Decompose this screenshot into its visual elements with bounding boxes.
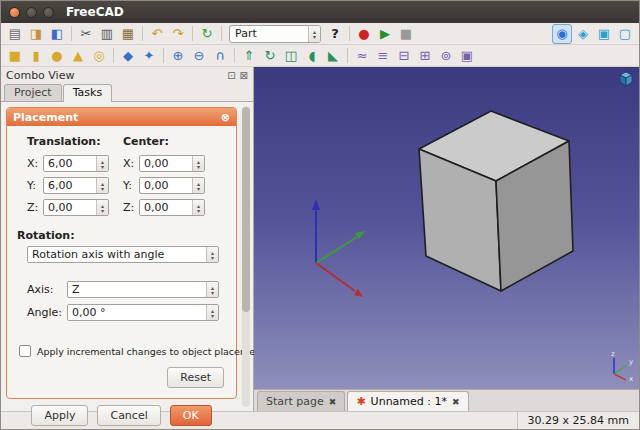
offset-icon[interactable]: ⊚	[436, 46, 456, 66]
spinner-arrows-icon[interactable]	[96, 178, 108, 193]
macro-stop-icon[interactable]: ■	[396, 24, 416, 44]
center-x-label: X:	[123, 157, 139, 170]
dock-close-icon[interactable]: ⊠	[240, 70, 248, 81]
copy-icon[interactable]: ▥	[97, 24, 117, 44]
cross-section-icon[interactable]: ⊞	[415, 46, 435, 66]
part-primitives-icon[interactable]: ◆	[118, 46, 138, 66]
translation-z-value: 0,00	[44, 201, 96, 214]
view-front-icon[interactable]: ▣	[594, 24, 614, 44]
part-cone-icon[interactable]: ▲	[68, 46, 88, 66]
mirror-icon[interactable]: ◫	[281, 46, 301, 66]
main-area: Combo View ⊡ ⊠ Project Tasks Placement ⊗	[1, 67, 639, 411]
view-iso-icon[interactable]: ◈	[573, 24, 593, 44]
spinner-arrows-icon[interactable]	[192, 156, 204, 171]
workbench-selected-label: Part	[230, 27, 308, 40]
paste-icon[interactable]: ▦	[118, 24, 138, 44]
part-cylinder-icon[interactable]: ▮	[26, 46, 46, 66]
axis-z-label: z	[611, 350, 615, 358]
incremental-label: Apply incremental changes to object plac…	[37, 346, 265, 357]
tab-tasks[interactable]: Tasks	[63, 84, 112, 102]
window-minimize-button[interactable]	[26, 7, 37, 18]
part-sphere-icon[interactable]: ●	[47, 46, 67, 66]
apply-button[interactable]: Apply	[31, 405, 88, 426]
center-z-value: 0,00	[140, 201, 192, 214]
center-x-input[interactable]: 0,00	[139, 155, 205, 172]
view-fit-icon[interactable]: ◉	[552, 24, 572, 44]
tab-start-page-label: Start page	[266, 395, 324, 408]
combo-view-panel: Combo View ⊡ ⊠ Project Tasks Placement ⊗	[1, 67, 254, 411]
cut-icon[interactable]: ✂	[76, 24, 96, 44]
tasks-scrollbar[interactable]	[242, 106, 250, 407]
section-icon[interactable]: ⊟	[394, 46, 414, 66]
viewport-3d[interactable]: z y x	[254, 67, 639, 389]
redo-icon[interactable]: ↷	[168, 24, 188, 44]
translation-z-input[interactable]: 0,00	[43, 199, 109, 216]
whats-this-icon[interactable]: ?	[325, 24, 345, 44]
axis-row: Axis: Z	[27, 281, 228, 298]
macro-record-icon[interactable]: ●	[354, 24, 374, 44]
part-torus-icon[interactable]: ◎	[89, 46, 109, 66]
thickness-icon[interactable]: ▣	[457, 46, 477, 66]
spinner-arrows-icon[interactable]	[96, 200, 108, 215]
ok-button[interactable]: OK	[170, 405, 212, 426]
new-document-icon[interactable]: ▤	[5, 24, 25, 44]
center-z-label: Z:	[123, 201, 139, 214]
loft-icon[interactable]: ≡	[373, 46, 393, 66]
navigation-cube-icon[interactable]	[618, 71, 634, 90]
spinner-arrows-icon[interactable]	[192, 200, 204, 215]
center-y-input[interactable]: 0,00	[139, 177, 205, 194]
tab-project[interactable]: Project	[4, 84, 62, 101]
sweep-icon[interactable]: ≈	[352, 46, 372, 66]
part-shapebuilder-icon[interactable]: ✦	[139, 46, 159, 66]
fillet-icon[interactable]: ◖	[302, 46, 322, 66]
tab-close-icon[interactable]: ✖	[452, 397, 460, 407]
revolve-icon[interactable]: ↻	[260, 46, 280, 66]
window-close-button[interactable]	[9, 7, 20, 18]
window-title: FreeCAD	[66, 5, 124, 19]
boolean-union-icon[interactable]: ⊕	[168, 46, 188, 66]
macro-play-icon[interactable]: ▶	[375, 24, 395, 44]
angle-input[interactable]: 0,00 °	[67, 304, 219, 321]
tab-close-icon[interactable]: ✖	[329, 397, 337, 407]
part-box-icon[interactable]: ■	[5, 46, 25, 66]
incremental-checkbox[interactable]	[19, 345, 31, 357]
boolean-intersection-icon[interactable]: ∩	[210, 46, 230, 66]
view-style-icon[interactable]: ▢	[615, 24, 635, 44]
tab-unnamed-label: Unnamed : 1*	[371, 395, 447, 408]
refresh-icon[interactable]: ↻	[197, 24, 217, 44]
axis-select[interactable]: Z	[67, 281, 219, 298]
axis-label: Axis:	[27, 283, 67, 296]
spinner-arrows-icon[interactable]	[192, 178, 204, 193]
translation-label: Translation:	[27, 135, 109, 148]
undock-icon[interactable]: ⊡	[227, 70, 235, 81]
translation-x-input[interactable]: 6,00	[43, 155, 109, 172]
statusbar-dimensions: 30.29 x 25.84 mm	[517, 412, 639, 429]
reset-button[interactable]: Reset	[167, 367, 224, 388]
angle-label: Angle:	[27, 306, 67, 319]
document-area: z y x Start page ✖ ✱ Unnamed : 1* ✖	[254, 67, 639, 411]
tab-start-page[interactable]: Start page ✖	[257, 391, 345, 411]
workbench-selector[interactable]: Part	[229, 25, 321, 43]
toolbar-separator	[163, 48, 164, 63]
center-z-input[interactable]: 0,00	[139, 199, 205, 216]
boolean-cut-icon[interactable]: ⊖	[189, 46, 209, 66]
document-tabbar: Start page ✖ ✱ Unnamed : 1* ✖	[254, 389, 639, 411]
window-maximize-button[interactable]	[43, 7, 54, 18]
rotation-mode-select[interactable]: Rotation axis with angle	[27, 246, 219, 263]
spinner-arrows-icon[interactable]	[96, 156, 108, 171]
undo-icon[interactable]: ↶	[147, 24, 167, 44]
scrollbar-thumb[interactable]	[242, 107, 250, 312]
save-file-icon[interactable]: ◧	[47, 24, 67, 44]
combo-arrows-icon	[308, 26, 320, 42]
chamfer-icon[interactable]: ◣	[323, 46, 343, 66]
spinner-arrows-icon[interactable]	[206, 305, 218, 320]
placement-header: Placement ⊗	[7, 108, 236, 126]
translation-y-input[interactable]: 6,00	[43, 177, 109, 194]
cancel-button[interactable]: Cancel	[97, 405, 160, 426]
extrude-icon[interactable]: ⇑	[239, 46, 259, 66]
center-label: Center:	[123, 135, 205, 148]
open-folder-icon[interactable]: ◨	[26, 24, 46, 44]
tab-unnamed-document[interactable]: ✱ Unnamed : 1* ✖	[347, 391, 468, 411]
panel-close-icon[interactable]: ⊗	[221, 111, 230, 124]
toolbar-separator	[192, 26, 193, 41]
